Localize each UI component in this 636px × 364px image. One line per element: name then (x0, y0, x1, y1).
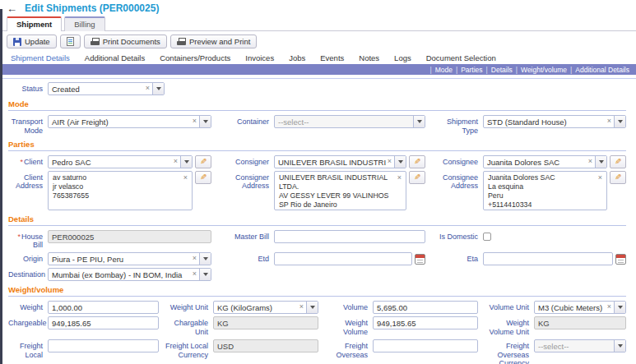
toolbar-icon-button[interactable] (60, 35, 81, 48)
anchor-details[interactable]: Details (491, 66, 513, 74)
shipment-type-select[interactable]: STD (Standard House) (483, 115, 626, 128)
calendar-icon[interactable] (615, 254, 626, 265)
anchor-parties[interactable]: Parties (461, 66, 482, 74)
clear-icon[interactable] (182, 173, 190, 182)
clear-icon[interactable] (191, 269, 199, 280)
freight-local-input[interactable] (48, 339, 159, 352)
client-edit-button[interactable] (195, 155, 211, 168)
consigner-address-edit-button[interactable] (409, 171, 425, 184)
consignee-edit-button[interactable] (610, 155, 626, 168)
status-select[interactable]: Created (48, 82, 165, 95)
weight-label: Weight (20, 303, 43, 311)
back-arrow-icon[interactable] (7, 3, 17, 14)
origin-select[interactable]: Piura - PE PIU, Peru (48, 252, 211, 265)
client-address-value: av saturno jr velasco 765387655 (53, 173, 89, 200)
clear-icon[interactable] (597, 173, 605, 182)
section-parties-header: Parties (8, 140, 626, 151)
transport-mode-value: AIR (Air Freight) (49, 116, 191, 127)
transport-mode-select[interactable]: AIR (Air Freight) (48, 115, 211, 128)
tab-document-selection[interactable]: Document Selection (419, 53, 504, 62)
consignee-address-edit-button[interactable] (610, 171, 626, 184)
tab-additional-details[interactable]: Additional Details (77, 53, 152, 62)
weight-unit-select[interactable]: KG (KiloGrams) (213, 301, 318, 314)
client-select[interactable]: Pedro SAC (48, 155, 193, 168)
section-weight-volume-header: Weight/volume (8, 285, 626, 297)
house-bill-input[interactable]: PER000025 (48, 230, 211, 243)
chevron-down-icon[interactable] (614, 302, 625, 313)
tab-shipment[interactable]: Shipment (7, 16, 62, 31)
chevron-down-icon[interactable] (152, 83, 164, 94)
tab-jobs[interactable]: Jobs (281, 53, 313, 62)
chevron-down-icon[interactable] (199, 253, 211, 265)
is-domestic-checkbox[interactable] (483, 233, 491, 241)
clear-icon[interactable] (191, 116, 199, 127)
volume-input[interactable]: 5,695.00 (373, 301, 478, 314)
tab-containers-products[interactable]: Containers/Products (152, 53, 238, 62)
chargeable-input[interactable]: 949,185.65 (48, 316, 159, 329)
volume-unit-select[interactable]: M3 (Cubic Meters) (534, 301, 626, 314)
consigner-address-label: Consigner Address (235, 173, 269, 191)
etd-input[interactable] (274, 252, 412, 265)
clear-icon[interactable] (298, 302, 306, 313)
consignee-value: Juanita Dolores SAC (484, 156, 587, 168)
eta-input[interactable] (483, 252, 613, 265)
consigner-label: Consigner (235, 158, 269, 166)
tab-logs[interactable]: Logs (387, 53, 419, 62)
clear-icon[interactable] (386, 156, 394, 168)
tab-notes[interactable]: Notes (351, 53, 387, 62)
freight-overseas-currency-label: Freight Overseas Currency (497, 342, 529, 364)
anchor-mode[interactable]: Mode (435, 66, 453, 74)
freight-overseas-currency-select[interactable]: --select-- (534, 339, 626, 352)
tab-billing[interactable]: Billing (64, 16, 104, 31)
anchor-weight-volume[interactable]: Weight/volume (521, 66, 567, 74)
consigner-edit-button[interactable] (409, 155, 425, 168)
chevron-down-icon[interactable] (180, 156, 192, 168)
destination-select[interactable]: Mumbai (ex Bombay) - IN BOM, India (48, 268, 211, 281)
freight-overseas-label: Freight Overseas (336, 342, 368, 359)
master-bill-input[interactable] (274, 230, 425, 243)
preview-and-print-button[interactable]: Preview and Print (170, 35, 257, 48)
status-value: Created (49, 83, 144, 94)
clear-icon[interactable] (172, 156, 180, 168)
chevron-down-icon[interactable] (614, 340, 625, 352)
client-address-edit-button[interactable] (195, 171, 211, 184)
chevron-down-icon[interactable] (199, 269, 211, 280)
chevron-down-icon[interactable] (595, 156, 606, 168)
weight-volume-unit-label: Weight Volume Unit (489, 319, 529, 336)
shipment-type-value: STD (Standard House) (484, 116, 606, 127)
tab-shipment-details[interactable]: Shipment Details (3, 53, 77, 62)
freight-overseas-input[interactable] (373, 339, 478, 352)
origin-label: Origin (23, 255, 43, 263)
weight-volume-input[interactable]: 949,185.65 (373, 316, 478, 329)
chevron-down-icon[interactable] (394, 156, 406, 168)
calendar-icon[interactable] (415, 254, 425, 265)
weight-input[interactable]: 1,000.00 (48, 301, 159, 314)
weight-volume-label: Weight Volume (343, 319, 368, 336)
consigner-address-textarea[interactable]: UNILEVER BRASIL INDUSTRIAL LTDA. AV GESS… (274, 171, 406, 210)
client-value: Pedro SAC (49, 156, 172, 168)
clear-icon[interactable] (606, 116, 614, 127)
chevron-down-icon[interactable] (413, 116, 425, 127)
clear-icon[interactable] (587, 156, 595, 168)
client-address-textarea[interactable]: av saturno jr velasco 765387655 (48, 171, 193, 210)
transport-mode-label: Transport Mode (12, 117, 43, 135)
clear-icon[interactable] (606, 302, 614, 313)
update-button[interactable]: Update (7, 35, 57, 48)
chevron-down-icon[interactable] (614, 116, 625, 127)
anchor-additional-details[interactable]: Additional Details (575, 66, 629, 74)
consigner-select[interactable]: UNILEVER BRASIL INDUSTRIAL LTDA. (274, 155, 406, 168)
master-bill-label: Master Bill (234, 233, 269, 241)
chevron-down-icon[interactable] (199, 116, 211, 127)
consignee-label: Consignee (443, 158, 478, 166)
chevron-down-icon[interactable] (306, 302, 318, 313)
print-documents-button[interactable]: Print Documents (84, 35, 167, 48)
clear-icon[interactable] (144, 83, 152, 94)
consignee-select[interactable]: Juanita Dolores SAC (483, 155, 607, 168)
clear-icon[interactable] (396, 173, 404, 182)
container-select[interactable]: --select-- (274, 115, 425, 128)
consigner-value: UNILEVER BRASIL INDUSTRIAL LTDA. (275, 156, 386, 168)
clear-icon[interactable] (191, 253, 199, 265)
consignee-address-textarea[interactable]: Juanita Dolores SAC La esquina Peru +511… (483, 171, 607, 210)
tab-events[interactable]: Events (313, 53, 351, 62)
tab-invoices[interactable]: Invoices (238, 53, 281, 62)
